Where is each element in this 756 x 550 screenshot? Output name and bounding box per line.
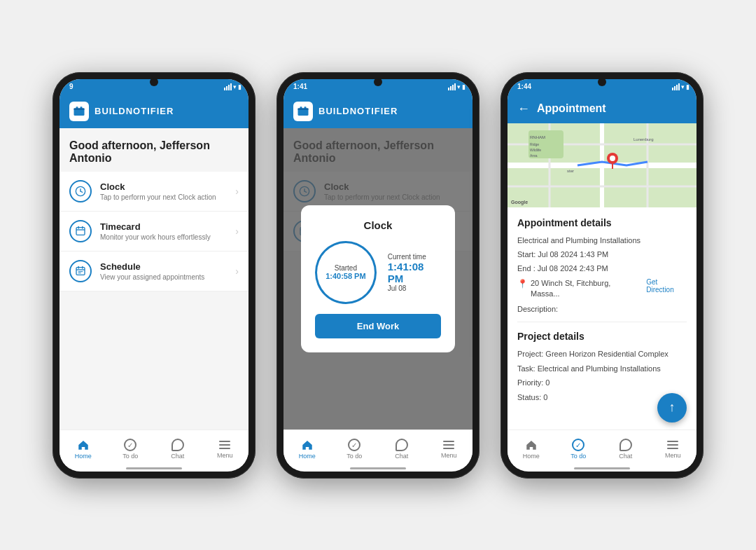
phone-3-screen: 1:44 ▾ ▮ ← Appointment <box>507 79 696 472</box>
fab-scroll-button[interactable]: ↑ <box>657 393 687 422</box>
chat-icon-3 <box>620 439 632 451</box>
battery-icon-3: ▮ <box>686 83 690 90</box>
nav-menu-label-2: Menu <box>441 452 457 459</box>
nav-todo-label-2: To do <box>346 453 362 460</box>
nav-chat-3[interactable]: Chat <box>602 430 650 469</box>
appt-address: 20 Winch St, Fitchburg, Massa... <box>531 278 640 300</box>
ham-line-2 <box>219 444 230 446</box>
menu-icon-2 <box>442 439 456 451</box>
nav-home-label-2: Home <box>299 453 316 460</box>
nav-chat-2[interactable]: Chat <box>378 430 426 469</box>
appointment-title: Appointment <box>537 102 606 115</box>
signal-icon-3 <box>672 83 680 90</box>
nav-home-1[interactable]: Home <box>59 430 107 469</box>
project-name: Project: Green Horizon Residential Compl… <box>517 349 687 359</box>
current-time-box: Current time 1:41:08 PM Jul 08 <box>388 253 441 292</box>
ham-line-9 <box>667 448 678 449</box>
phone-2-time: 1:41 <box>293 83 307 90</box>
clock-modal: Clock Started 1:40:58 PM Current time 1:… <box>301 205 455 352</box>
wifi-icon-3: ▾ <box>681 83 685 90</box>
nav-home-label-3: Home <box>523 453 540 460</box>
nav-todo-2[interactable]: ✓ To do <box>331 430 379 469</box>
svg-rect-3 <box>74 108 85 109</box>
phone-2-notch <box>374 78 382 86</box>
project-priority: Priority: 0 <box>517 378 687 388</box>
nav-todo-label-1: To do <box>122 453 138 460</box>
nav-menu-1[interactable]: Menu <box>202 430 249 469</box>
phone-1-screen: 9 ▾ ▮ <box>59 79 248 472</box>
nav-menu-3[interactable]: Menu <box>650 430 697 469</box>
phone-1-bottom-nav: Home ✓ To do Chat <box>59 429 248 469</box>
back-button[interactable]: ← <box>517 102 530 116</box>
ham-line-1 <box>219 441 230 442</box>
started-label: Started <box>335 264 357 272</box>
phone-2: 1:41 ▾ ▮ <box>276 72 479 479</box>
schedule-menu-item[interactable]: Schedule View your assigned appointments… <box>59 252 248 291</box>
phone-3: 1:44 ▾ ▮ ← Appointment <box>500 72 704 479</box>
location-pin-icon: 📍 <box>517 279 528 289</box>
nav-chat-label-1: Chat <box>171 453 184 460</box>
home-bar-2 <box>350 467 406 469</box>
end-work-button[interactable]: End Work <box>315 314 441 338</box>
nav-todo-3[interactable]: ✓ To do <box>555 430 603 469</box>
timecard-icon <box>69 220 92 242</box>
home-bar-3 <box>574 467 630 469</box>
appt-location-row: 📍 20 Winch St, Fitchburg, Massa... Get D… <box>517 278 687 300</box>
phone-2-main: Good afternoon, Jefferson Antonio Clock <box>284 128 472 429</box>
clock-start-circle: Started 1:40:58 PM <box>315 241 377 304</box>
nav-menu-2[interactable]: Menu <box>426 430 473 469</box>
clock-modal-title: Clock <box>364 219 393 231</box>
home-icon-2 <box>301 439 314 451</box>
map-svg: RNHAM Ridge Wildlife Area Lunenburg ster… <box>507 123 696 207</box>
started-time: 1:40:58 PM <box>326 272 365 280</box>
nav-chat-1[interactable]: Chat <box>154 430 202 469</box>
appointment-header: ← Appointment <box>507 95 696 123</box>
phone-3-status-icons: ▾ ▮ <box>672 83 690 90</box>
nav-home-2[interactable]: Home <box>284 430 331 469</box>
signal-icon <box>224 83 232 90</box>
svg-text:Ridge: Ridge <box>530 142 539 146</box>
clock-text: Clock Tap to perform your next Clock act… <box>100 181 227 201</box>
svg-text:Area: Area <box>530 153 538 158</box>
menu-icon <box>218 439 232 451</box>
nav-menu-label-1: Menu <box>217 452 233 459</box>
ham-line-4 <box>443 441 454 442</box>
ham-line-3 <box>219 448 230 449</box>
phone-1-header: BUILDNOTIFIER <box>59 95 248 128</box>
home-bar <box>126 467 182 469</box>
clock-menu-item[interactable]: Clock Tap to perform your next Clock act… <box>59 172 248 212</box>
menu-icon-3 <box>666 439 680 451</box>
logo-icon <box>73 105 85 118</box>
appt-start: Start: Jul 08 2024 1:43 PM <box>517 249 687 260</box>
clock-icon <box>69 180 92 202</box>
check-mark-3: ✓ <box>575 441 581 449</box>
nav-chat-label-2: Chat <box>395 453 408 460</box>
clock-circle-area: Started 1:40:58 PM Current time 1:41:08 … <box>315 241 441 304</box>
get-directions-link[interactable]: Get Direction <box>646 278 687 294</box>
phone-1-status-icons: ▾ ▮ <box>224 83 241 90</box>
todo-icon: ✓ <box>124 439 136 451</box>
appt-description-label: Description: <box>517 305 687 313</box>
schedule-title: Schedule <box>100 261 227 272</box>
project-task: Task: Electrical and Plumbing Installati… <box>517 364 687 374</box>
clock-modal-overlay[interactable]: Clock Started 1:40:58 PM Current time 1:… <box>284 128 472 429</box>
current-time: 1:41:08 PM <box>388 261 441 284</box>
phone-2-home-indicator <box>284 469 472 472</box>
nav-home-3[interactable]: Home <box>507 430 555 469</box>
nav-menu-label-3: Menu <box>665 452 681 459</box>
project-details-title: Project details <box>517 331 687 342</box>
timecard-text: Timecard Monitor your work hours effortl… <box>100 221 227 241</box>
phone-2-app-name: BUILDNOTIFIER <box>318 106 398 116</box>
phone-1-app-name: BUILDNOTIFIER <box>94 106 174 116</box>
phone-1-notch <box>150 78 158 86</box>
timecard-menu-item[interactable]: Timecard Monitor your work hours effortl… <box>59 212 248 252</box>
phone-3-time: 1:44 <box>517 83 531 90</box>
svg-line-6 <box>80 191 83 192</box>
wifi-icon-2: ▾ <box>457 83 461 90</box>
nav-todo-1[interactable]: ✓ To do <box>107 430 155 469</box>
phone-3-home-indicator <box>507 469 696 472</box>
appt-type: Electrical and Plumbing Installations <box>517 235 687 246</box>
todo-icon-2: ✓ <box>348 439 360 451</box>
schedule-arrow: › <box>235 266 239 277</box>
phone-1-home-indicator <box>59 469 248 472</box>
